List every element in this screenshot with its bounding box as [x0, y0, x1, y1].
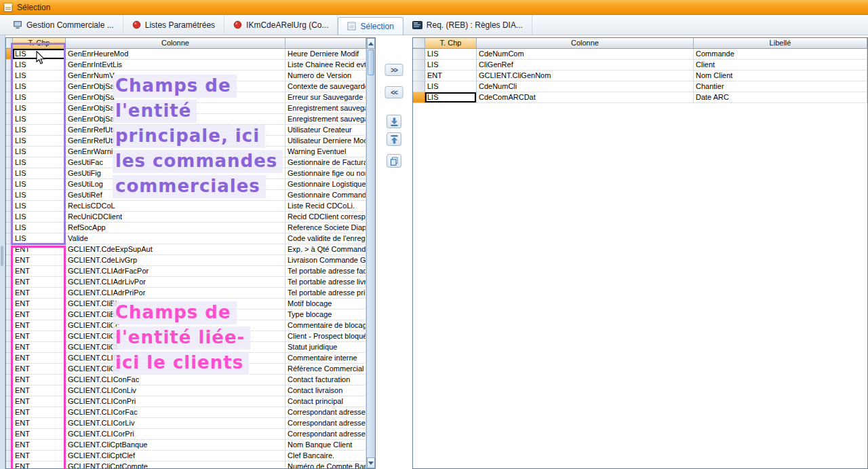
table-row[interactable]: LISGenEnrObjSaEnregistrement sauvega [6, 103, 366, 114]
cell[interactable]: GenEnrRefUti [66, 136, 285, 147]
table-row[interactable]: ENTGCLIENT.CliBlType blocage [6, 309, 366, 320]
row-selector[interactable] [6, 418, 13, 429]
table-row[interactable]: ENTGCLIENT.CliBlMotif blocage [6, 299, 366, 309]
table-row[interactable]: ENTGCLIENT.CLICCommentaire interne [6, 353, 366, 364]
cell[interactable]: Valide [66, 233, 285, 244]
column-header[interactable]: T. Chp [425, 38, 477, 48]
row-selector[interactable] [6, 342, 13, 353]
cell[interactable]: Contact livraison [285, 386, 366, 396]
cell[interactable]: GCLIENT.CLIConPri [66, 396, 285, 407]
cell[interactable]: LIS [13, 136, 66, 147]
cell[interactable]: GenEnrIntEvtLis [66, 60, 285, 71]
row-selector[interactable] [6, 147, 13, 157]
add-all-button[interactable]: >> [385, 64, 403, 76]
table-row[interactable]: LISRecUniCDClientRecid CDClient correspo [6, 212, 366, 223]
scroll-down-button[interactable] [367, 457, 375, 468]
cell[interactable]: Chantier [694, 81, 867, 92]
cell[interactable]: Reference Societe Diap [285, 223, 366, 233]
cell[interactable]: LIS [13, 190, 66, 201]
cell[interactable]: GCLIENT.CliGenNom [477, 71, 694, 81]
table-row[interactable]: ENTGCLIENT.CliCcCommentaire de blocag [6, 320, 366, 331]
cell[interactable]: LIS [13, 49, 66, 60]
cell[interactable]: ENT [13, 396, 66, 407]
row-selector[interactable] [6, 179, 13, 190]
column-header[interactable]: Colonne [66, 38, 285, 48]
cell[interactable]: LIS [425, 60, 477, 71]
cell[interactable]: LIS [425, 92, 477, 103]
table-row[interactable]: ENTGCLIENT.CLIAdrPriPorTel portable adre… [6, 288, 366, 299]
table-row[interactable]: LISCdeComARCDatDate ARC [413, 92, 867, 103]
row-selector[interactable] [413, 92, 425, 103]
cell[interactable]: GCLIENT.CLIAdrLivPor [66, 277, 285, 288]
table-row[interactable]: LISRecLisCDCoLListe Recid CDCoLi. [6, 201, 366, 212]
select-all-corner[interactable] [6, 38, 13, 48]
cell[interactable]: Contact principal [285, 396, 366, 407]
row-selector[interactable] [6, 255, 13, 266]
tab-listes-parametrees[interactable]: Listes Paramétrées [123, 15, 224, 35]
table-row[interactable]: ENTGCLIENT.CliCcRéférence Commercial [6, 364, 366, 375]
cell[interactable]: Liste Chainee Recid evt [285, 60, 366, 71]
cell[interactable]: GenEnrRefUti [66, 125, 285, 136]
cell[interactable]: Gestionnaire de Factura [285, 157, 366, 168]
cell[interactable]: Numéro de Compte Ban [285, 462, 366, 468]
row-selector[interactable] [6, 71, 13, 81]
cell[interactable]: GCLIENT.CliCptCompte [66, 462, 285, 468]
row-selector[interactable] [6, 364, 13, 375]
cell[interactable]: Nom Client [694, 71, 867, 81]
cell[interactable]: ENT [13, 309, 66, 320]
cell[interactable]: GesUtiRef [66, 190, 285, 201]
cell[interactable]: RecUniCDClient [66, 212, 285, 223]
column-header[interactable]: Colonne [477, 38, 694, 48]
cell[interactable]: GCLIENT.CliCl [66, 342, 285, 353]
row-selector[interactable] [6, 136, 13, 147]
cell[interactable]: RecLisCDCoL [66, 201, 285, 212]
cell[interactable]: CdeComARCDat [477, 92, 694, 103]
cell[interactable]: ENT [13, 288, 66, 299]
table-row[interactable]: LISRefSocAppReference Societe Diap [6, 223, 366, 233]
cell[interactable]: GCLIENT.CLIAdrPriPor [66, 288, 285, 299]
row-selector[interactable] [6, 60, 13, 71]
cell[interactable]: GCLIENT.CliCc [66, 320, 285, 331]
cell[interactable]: Gestionnaire Commande [285, 190, 366, 201]
cell[interactable]: GCLIENT.CdeLivGrp [66, 255, 285, 266]
cell[interactable]: Utilisateur Createur [285, 125, 366, 136]
table-row[interactable]: LISGesUtiFigGestionnaire fige ou nor [6, 168, 366, 179]
row-selector[interactable] [413, 71, 425, 81]
cell[interactable]: Motif blocage [285, 299, 366, 309]
cell[interactable]: GCLIENT.CLICorFac [66, 407, 285, 418]
table-row[interactable]: ENTGCLIENT.CLIAdrLivPorTel portable adre… [6, 277, 366, 288]
table-row[interactable]: LISGesUtiLogGestionnaire Logistique [6, 179, 366, 190]
cell[interactable]: GesUtiFig [66, 168, 285, 179]
cell[interactable]: GenEnrNumV [66, 71, 285, 81]
cell[interactable]: ENT [13, 244, 66, 255]
cell[interactable]: Référence Commercial [285, 364, 366, 375]
table-row[interactable]: LISGenEnrRefUtiUtilisateur Createur [6, 125, 366, 136]
cell[interactable]: LIS [13, 157, 66, 168]
table-row[interactable]: ENTGCLIENT.CLIAdrFacPorTel portable adre… [6, 266, 366, 277]
table-row[interactable]: LISCliGenRefClient [413, 60, 867, 71]
row-selector[interactable] [6, 233, 13, 244]
row-selector[interactable] [6, 103, 13, 114]
cell[interactable]: ENT [13, 418, 66, 429]
table-row[interactable]: LISGesUtiFacGestionnaire de Factura [6, 157, 366, 168]
row-selector[interactable] [6, 277, 13, 288]
table-row[interactable]: ENTGCLIENT.CLICorFacCorrespondant adress… [6, 407, 366, 418]
row-selector[interactable] [6, 223, 13, 233]
table-row[interactable]: ENTGCLIENT.CdeLivGrpLivraison Commande G… [6, 255, 366, 266]
table-row[interactable]: ENTGCLIENT.CliCptCompteNuméro de Compte … [6, 462, 366, 468]
column-header[interactable]: Libellé [694, 38, 867, 48]
cell[interactable]: Gestionnaire fige ou nor [285, 168, 366, 179]
row-selector[interactable] [6, 331, 13, 342]
cell[interactable]: Commentaire de blocag [285, 320, 366, 331]
row-selector[interactable] [6, 386, 13, 396]
row-selector[interactable] [6, 190, 13, 201]
cell[interactable]: LIS [13, 114, 66, 125]
table-row[interactable]: LISGenEnrIntEvtLisListe Chainee Recid ev… [6, 60, 366, 71]
scroll-up-button[interactable] [367, 38, 375, 49]
cell[interactable]: GCLIENT.CLIC [66, 353, 285, 364]
table-row[interactable]: ENTGCLIENT.CliCptClefClef Bancaire. [6, 451, 366, 462]
row-selector[interactable] [6, 201, 13, 212]
table-row[interactable]: LISGenEnrNumVNumero de Version [6, 71, 366, 81]
row-selector[interactable] [6, 49, 13, 60]
cell[interactable]: GenEnrObjSa [66, 92, 285, 103]
